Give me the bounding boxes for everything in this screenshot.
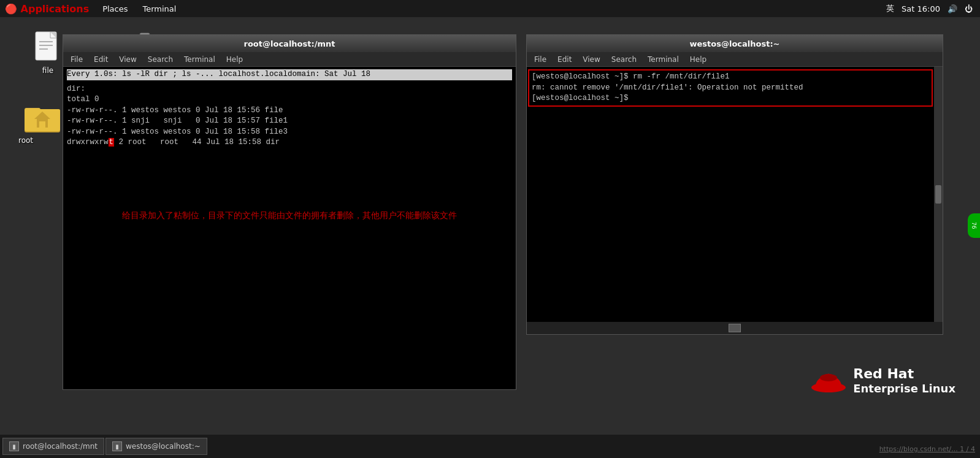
taskbar-item2-label: westos@localhost:~ bbox=[126, 442, 201, 451]
volume-icon[interactable]: 🔊 bbox=[947, 4, 957, 13]
desktop: file Trash bbox=[0, 17, 980, 434]
terminal2-menu-search[interactable]: Search bbox=[607, 54, 641, 65]
folder-icon-label: root bbox=[18, 136, 33, 145]
terminal1-menubar: File Edit View Search Terminal Help bbox=[63, 52, 516, 67]
top-menu-left: 🔴 🔴 ApplicationsApplications Places Term… bbox=[0, 2, 182, 16]
clock: Sat 16:00 bbox=[902, 4, 940, 13]
terminal2-menubar: File Edit View Search Terminal Help bbox=[527, 52, 943, 67]
terminal2-line-cmd: [westos@localhost ~]$ rm -fr /mnt/dir/fi… bbox=[532, 72, 929, 83]
terminal2-highlighted-block: [westos@localhost ~]$ rm -fr /mnt/dir/fi… bbox=[528, 69, 933, 107]
terminal1-menu-file[interactable]: File bbox=[66, 54, 88, 65]
terminal1-title: root@localhost:/mnt bbox=[244, 39, 335, 48]
terminal2-content-area: [westos@localhost ~]$ rm -fr /mnt/dir/fi… bbox=[527, 67, 943, 322]
lang-indicator: 英 bbox=[886, 3, 894, 14]
terminal-menu[interactable]: Terminal bbox=[137, 3, 183, 15]
bottom-taskbar: ▮ root@localhost:/mnt ▮ westos@localhost… bbox=[0, 435, 980, 458]
green-indicator-text: 76 bbox=[971, 222, 977, 229]
terminal1-window: root@localhost:/mnt File Edit View Searc… bbox=[63, 34, 516, 390]
terminal2-menu-help[interactable]: Help bbox=[685, 54, 711, 65]
terminal2-scroll-bottom bbox=[527, 322, 943, 334]
terminal2-window: westos@localhost:~ File Edit View Search… bbox=[526, 34, 943, 335]
terminal2-title: westos@localhost:~ bbox=[690, 39, 780, 48]
terminal1-content[interactable]: Every 1.0s: ls -lR dir ; ls -... localho… bbox=[63, 67, 516, 389]
taskbar-term-icon-2: ▮ bbox=[112, 441, 122, 451]
terminal1-line-dir: dir: bbox=[67, 84, 512, 95]
terminal2-menu-edit[interactable]: Edit bbox=[553, 54, 576, 65]
sticky-bit-highlight: t bbox=[109, 138, 115, 147]
applications-menu[interactable]: 🔴 🔴 ApplicationsApplications bbox=[0, 2, 94, 16]
top-menu-right: 英 Sat 16:00 🔊 ⏻ bbox=[886, 3, 980, 14]
terminal1-line-file1: -rw-rw-r--. 1 snji snji 0 Jul 18 15:57 f… bbox=[67, 116, 512, 127]
terminal1-line-file: -rw-rw-r--. 1 westos westos 0 Jul 18 15:… bbox=[67, 105, 512, 116]
taskbar-item1-label: root@localhost:/mnt bbox=[23, 442, 98, 451]
places-menu[interactable]: Places bbox=[96, 3, 134, 15]
redhat-logo: Red Hat Enterprise Linux bbox=[810, 364, 955, 397]
taskbar-item-westos[interactable]: ▮ westos@localhost:~ bbox=[105, 438, 207, 455]
redhat-line2: Enterprise Linux bbox=[853, 382, 955, 395]
terminal1-line-total: total 0 bbox=[67, 94, 512, 105]
terminal1-line-file3: -rw-rw-r--. 1 westos westos 0 Jul 18 15:… bbox=[67, 127, 512, 138]
terminal1-menu-search[interactable]: Search bbox=[143, 54, 178, 65]
terminal1-menu-help[interactable]: Help bbox=[221, 54, 248, 65]
terminal2-content[interactable]: [westos@localhost ~]$ rm -fr /mnt/dir/fi… bbox=[527, 67, 934, 322]
folder-icon-svg bbox=[25, 103, 61, 134]
green-edge-indicator[interactable]: 76 bbox=[968, 213, 980, 238]
file-icon-label: file bbox=[42, 66, 53, 75]
terminal1-line-dir2: drwxrwxrwt 2 root root 44 Jul 18 15:58 d… bbox=[67, 137, 512, 148]
redhat-logo-text: Red Hat Enterprise Linux bbox=[853, 366, 955, 395]
terminal2-scrollbar[interactable] bbox=[934, 67, 943, 322]
terminal1-annotation: 给目录加入了粘制位，目录下的文件只能由文件的拥有者删除，其他用户不能删除该文件 bbox=[67, 210, 512, 222]
terminal2-line-error: rm: cannot remove '/mnt/dir/file1': Oper… bbox=[532, 83, 929, 94]
terminal1-menu-terminal[interactable]: Terminal bbox=[179, 54, 220, 65]
svg-point-20 bbox=[820, 374, 837, 381]
top-menubar: 🔴 🔴 ApplicationsApplications Places Term… bbox=[0, 0, 980, 17]
terminal2-menu-view[interactable]: View bbox=[578, 54, 605, 65]
terminal2-menu-terminal[interactable]: Terminal bbox=[643, 54, 684, 65]
file-icon bbox=[33, 29, 63, 64]
terminal2-titlebar: westos@localhost:~ bbox=[527, 35, 943, 52]
terminal2-scrollbar-thumb[interactable] bbox=[935, 185, 941, 204]
terminal2-line-prompt: [westos@localhost ~]$ bbox=[532, 93, 929, 104]
terminal1-menu-view[interactable]: View bbox=[114, 54, 141, 65]
terminal1-watch-header: Every 1.0s: ls -lR dir ; ls -... localho… bbox=[67, 69, 512, 80]
taskbar-page-info: https://blog.csdn.net/... 1 / 4 bbox=[879, 445, 975, 453]
desktop-icon-folder[interactable]: root bbox=[18, 103, 67, 145]
svg-rect-0 bbox=[36, 32, 56, 60]
terminal2-menu-file[interactable]: File bbox=[529, 54, 551, 65]
power-icon[interactable]: ⏻ bbox=[965, 4, 973, 13]
taskbar-item-root[interactable]: ▮ root@localhost:/mnt bbox=[2, 438, 104, 455]
redhat-line1: Red Hat bbox=[853, 366, 955, 382]
terminal2-scroll-handle[interactable] bbox=[729, 324, 741, 332]
redhat-hat-icon bbox=[810, 364, 847, 397]
terminal1-content-area: Every 1.0s: ls -lR dir ; ls -... localho… bbox=[63, 67, 516, 389]
svg-rect-18 bbox=[39, 121, 45, 128]
terminal1-titlebar: root@localhost:/mnt bbox=[63, 35, 516, 52]
terminal1-menu-edit[interactable]: Edit bbox=[89, 54, 113, 65]
taskbar-term-icon-1: ▮ bbox=[9, 441, 19, 451]
